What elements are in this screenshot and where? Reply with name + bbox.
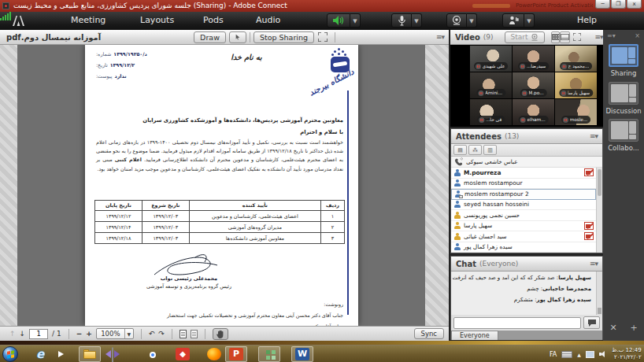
language-indicator[interactable]: FA bbox=[550, 351, 557, 358]
breakout-view-button[interactable]: ⁂ bbox=[468, 145, 482, 155]
layout-sharing-label[interactable]: Sharing bbox=[603, 69, 644, 77]
single-page-view-icon[interactable] bbox=[180, 330, 187, 338]
speaker-dropdown[interactable]: ▼ bbox=[350, 13, 361, 28]
minimize-button[interactable]: ─ bbox=[595, 0, 610, 9]
video-tile[interactable]: علی شهیدی bbox=[470, 46, 512, 72]
page-count: / 1 bbox=[52, 330, 61, 338]
close-layouts-icon[interactable]: ✕ bbox=[609, 323, 616, 333]
rotate-right-icon[interactable]: ↷ bbox=[158, 330, 165, 338]
layout-collaboration-thumbnail[interactable] bbox=[609, 119, 638, 142]
taskbar-firefox-icon[interactable] bbox=[207, 348, 221, 360]
previous-page-icon[interactable]: ↑ bbox=[9, 330, 16, 338]
start-button[interactable] bbox=[2, 346, 18, 362]
scrollbar-thumb[interactable] bbox=[598, 308, 601, 314]
attendee-row-selected[interactable]: moslem rostampour 2 bbox=[451, 189, 596, 200]
filmstrip-view-button[interactable] bbox=[560, 31, 570, 43]
microphone-button[interactable] bbox=[391, 13, 412, 28]
video-fullscreen-icon[interactable] bbox=[573, 33, 581, 41]
participant-avatar-icon bbox=[453, 179, 461, 187]
two-page-view-icon[interactable] bbox=[191, 330, 198, 338]
chat-pod-menu-icon[interactable]: ≡▾ bbox=[585, 260, 602, 268]
microphone-dropdown[interactable]: ▼ bbox=[412, 13, 422, 28]
layout-discussion-thumbnail[interactable] bbox=[609, 82, 638, 105]
zoom-dropdown-icon[interactable]: ▼ bbox=[124, 329, 133, 338]
add-layout-icon[interactable]: + bbox=[630, 323, 637, 333]
video-tile[interactable]: mosle... bbox=[555, 99, 597, 125]
sync-button[interactable]: Sync bbox=[414, 328, 445, 339]
share-pod-menu-icon[interactable]: ≡▾ bbox=[431, 33, 449, 41]
taskbar-ie-icon[interactable]: e bbox=[33, 348, 47, 360]
rotate-left-icon[interactable]: ↶ bbox=[149, 330, 155, 338]
pan-tool-button[interactable] bbox=[213, 328, 228, 340]
menu-pods[interactable]: Pods bbox=[203, 15, 224, 25]
screen-share-badge-icon bbox=[459, 195, 463, 198]
webcam-dropdown[interactable]: ▼ bbox=[467, 13, 477, 28]
restore-button[interactable]: ❐ bbox=[611, 0, 626, 9]
keyboard-icon[interactable] bbox=[561, 351, 572, 358]
video-tile[interactable]: ...فی خا bbox=[470, 99, 512, 125]
scrollbar-thumb[interactable] bbox=[598, 169, 601, 196]
video-tile[interactable]: سهیل پارسا bbox=[555, 72, 597, 98]
taskbar-kmplayer-icon[interactable] bbox=[112, 347, 113, 362]
webcam-button[interactable] bbox=[446, 13, 467, 28]
video-tile[interactable]: ...سیدرضا bbox=[513, 46, 554, 72]
zoom-level-select[interactable]: 100%▼ bbox=[96, 328, 134, 339]
send-message-button[interactable] bbox=[583, 316, 600, 329]
video-participant-name: محمود ح... bbox=[568, 64, 590, 68]
layout-collaboration-label[interactable]: Collabo... bbox=[603, 144, 644, 152]
raise-hand-dropdown[interactable]: ▼ bbox=[524, 13, 535, 28]
chat-input[interactable] bbox=[453, 317, 581, 329]
pointer-tool-button[interactable] bbox=[229, 31, 246, 43]
video-participant-name: ...فی خا bbox=[486, 117, 502, 122]
attendee-row[interactable]: seyed hassan hosseini bbox=[451, 200, 596, 211]
chat-scrollbar[interactable] bbox=[596, 272, 602, 315]
layout-bar-menu-icon[interactable]: ≡▾ bbox=[607, 32, 616, 39]
attendee-row[interactable]: سهیل پارسا bbox=[451, 221, 596, 232]
video-tile[interactable]: M.po... bbox=[513, 72, 554, 98]
video-tile[interactable]: elham... bbox=[513, 99, 554, 125]
attendees-scrollbar[interactable] bbox=[596, 168, 602, 253]
phone-attendee-row[interactable]: عباس خاشعی سیوکی bbox=[451, 157, 602, 168]
taskbar-connect-window[interactable] bbox=[258, 346, 280, 362]
video-tile[interactable]: محمود ح... bbox=[555, 46, 597, 72]
close-button[interactable]: x bbox=[627, 0, 642, 9]
zoom-out-icon[interactable]: − bbox=[76, 330, 83, 338]
layout-discussion-label[interactable]: Discussion bbox=[603, 107, 644, 115]
start-webcam-button[interactable]: Start bbox=[505, 31, 545, 43]
attendees-pod-menu-icon[interactable]: ≡▾ bbox=[585, 132, 602, 140]
grid-view-button[interactable] bbox=[551, 31, 560, 43]
table-row: ۱ اعضای هیئت‌علمی، کارشناسان و مدعوین ۱۳… bbox=[95, 211, 345, 222]
page-number-input[interactable] bbox=[29, 329, 48, 339]
document-viewport[interactable]: به نام خدا شماره: ۱۳۹۹/د/۱۹۲۵۰ تاریخ: ۱۳… bbox=[0, 45, 449, 326]
microphone-icon bbox=[398, 16, 405, 26]
attendee-name: سید احسان غیاثی bbox=[464, 233, 506, 240]
video-tile[interactable]: Amini... bbox=[470, 72, 512, 98]
menu-help[interactable]: Help bbox=[577, 15, 597, 25]
stop-sharing-button[interactable]: Stop Sharing bbox=[254, 31, 314, 43]
menu-meeting[interactable]: Meeting bbox=[71, 15, 105, 25]
attendee-list-view-button[interactable]: ▤ bbox=[453, 145, 467, 155]
raise-hand-button[interactable] bbox=[502, 13, 524, 28]
next-page-icon[interactable]: ↓ bbox=[20, 330, 26, 338]
zoom-in-icon[interactable]: + bbox=[86, 330, 92, 338]
fullscreen-icon[interactable] bbox=[318, 32, 328, 42]
menu-layouts[interactable]: Layouts bbox=[140, 15, 174, 25]
col-end-date: تاریخ پایان bbox=[95, 201, 142, 211]
tray-expand-icon[interactable]: ▲ bbox=[577, 352, 581, 357]
attendee-row[interactable]: M.pourreza bbox=[451, 168, 596, 179]
draw-button[interactable]: Draw bbox=[194, 31, 226, 43]
chat-tab-everyone[interactable]: Everyone bbox=[451, 331, 498, 340]
speaker-button[interactable] bbox=[327, 13, 350, 28]
taskbar-recorder-icon[interactable]: ◆ bbox=[176, 348, 190, 360]
attendee-row[interactable]: moslem rostampour bbox=[451, 179, 596, 190]
taskbar-clock[interactable]: 12:49 ب.ظ ۲۰۲۱/۲۲/۰۲ bbox=[612, 347, 642, 361]
attendee-row[interactable]: سیده زهرا کمال پور bbox=[451, 242, 596, 253]
status-view-button[interactable]: ▥ bbox=[483, 145, 497, 155]
attendee-row[interactable]: حسین نجمی پوریونسی bbox=[451, 210, 596, 221]
volume-icon[interactable] bbox=[599, 350, 607, 358]
attendee-row[interactable]: سید احسان غیاثی bbox=[451, 231, 596, 242]
layout-bar-close-icon[interactable]: × bbox=[635, 32, 640, 39]
network-icon[interactable] bbox=[586, 351, 594, 358]
layout-sharing-thumbnail[interactable] bbox=[609, 44, 638, 67]
menu-audio[interactable]: Audio bbox=[256, 15, 280, 25]
